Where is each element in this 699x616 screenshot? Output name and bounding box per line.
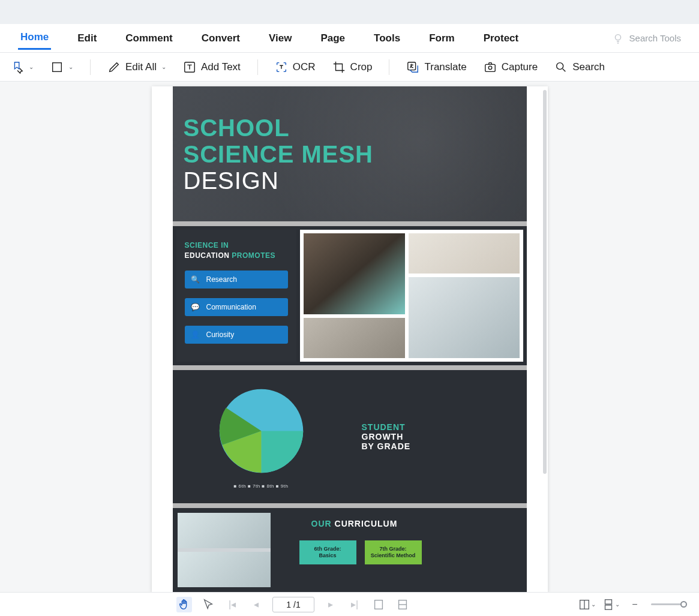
search-tool[interactable]: Search	[554, 61, 605, 74]
chevron-down-icon: ⌄	[161, 64, 166, 70]
curriculum-rest: CURRICULUM	[335, 519, 398, 528]
page-shell: SCHOOL SCIENCE MESH DESIGN SCIENCE IN ED…	[152, 86, 548, 592]
photo-placeholder	[409, 277, 519, 358]
photo-placeholder	[178, 513, 271, 548]
growth-text: STUDENT GROWTH BY GRADE	[350, 370, 527, 503]
zoom-out-button[interactable]: −	[627, 597, 643, 612]
toolbar-divider	[257, 59, 258, 75]
zoom-slider[interactable]	[651, 603, 687, 605]
promote-label: Research	[206, 275, 237, 284]
search-tools[interactable]: Search Tools	[611, 32, 681, 45]
slide-title: SCHOOL SCIENCE MESH DESIGN	[173, 86, 527, 221]
chat-icon: 💬	[191, 302, 200, 312]
pie-chart-wrap: ■ 6th ■ 7th ■ 8th ■ 9th	[173, 370, 350, 503]
curriculum-box-7th: 7th Grade: Scientific Method	[365, 540, 422, 564]
edit-all-label: Edit All	[125, 61, 157, 73]
menu-page[interactable]: Page	[318, 28, 347, 49]
pie-chart	[215, 384, 308, 477]
capture-tool[interactable]: Capture	[484, 61, 538, 74]
next-page-button[interactable]: ▸	[323, 597, 338, 612]
view-mode-1[interactable]: ⌄	[579, 597, 595, 612]
chevron-down-icon: ⌄	[68, 64, 73, 70]
box-line-1: 6th Grade:	[314, 546, 341, 552]
search-tools-placeholder: Search Tools	[629, 33, 681, 43]
promote-label: Curiosity	[206, 330, 235, 339]
first-page-button[interactable]: |◂	[224, 597, 240, 612]
hand-tool-dropdown[interactable]: ⌄	[11, 61, 34, 74]
square-icon	[50, 61, 64, 74]
svg-point-5	[488, 66, 492, 70]
menu-home[interactable]: Home	[18, 26, 51, 50]
promotes-line-1: SCIENCE IN	[185, 241, 229, 250]
document-viewer[interactable]: SCHOOL SCIENCE MESH DESIGN SCIENCE IN ED…	[0, 82, 699, 592]
slide-growth: ■ 6th ■ 7th ■ 8th ■ 9th STUDENT GROWTH B…	[173, 370, 527, 503]
add-text-tool[interactable]: Add Text	[183, 61, 241, 74]
search-label: Search	[572, 61, 605, 73]
menu-form[interactable]: Form	[427, 28, 457, 49]
menu-edit[interactable]: Edit	[75, 28, 99, 49]
ocr-tool[interactable]: OCR	[275, 61, 316, 74]
svg-point-0	[615, 34, 620, 40]
box-line-2: Scientific Method	[371, 552, 416, 559]
crop-icon	[332, 61, 346, 74]
view-mode-2[interactable]: ⌄	[603, 597, 619, 612]
slider-knob[interactable]	[680, 601, 687, 608]
toolbar: ⌄ ⌄ Edit All ⌄ Add Text OCR Crop Transla…	[0, 53, 699, 82]
chevron-down-icon: ⌄	[29, 64, 34, 70]
promote-item-curiosity: 👤 Curiosity	[185, 326, 288, 344]
crop-tool[interactable]: Crop	[332, 61, 373, 74]
svg-point-6	[557, 62, 563, 69]
camera-icon	[484, 61, 497, 74]
box-line-1: 7th Grade:	[379, 546, 406, 552]
lightbulb-icon	[611, 32, 625, 45]
page-indicator[interactable]: 1 /1	[272, 597, 314, 612]
promotes-line-2: EDUCATION	[185, 251, 230, 260]
image-column-left	[304, 233, 406, 358]
svg-rect-11	[605, 599, 612, 603]
status-bar: |◂ ◂ 1 /1 ▸ ▸| ⌄ ⌄ −	[0, 592, 699, 616]
prev-page-button[interactable]: ◂	[248, 597, 264, 612]
svg-rect-4	[485, 64, 495, 71]
edit-all-tool[interactable]: Edit All ⌄	[107, 61, 166, 74]
total-pages: 1	[296, 600, 301, 609]
scrollbar[interactable]	[543, 90, 547, 474]
menu-tools[interactable]: Tools	[371, 28, 403, 49]
curriculum-main: OUR CURRICULUM 6th Grade: Basics 7th Gra…	[275, 508, 527, 592]
promote-item-research: 🔍 Research	[185, 271, 288, 289]
last-page-button[interactable]: ▸|	[347, 597, 362, 612]
cursor-icon	[202, 598, 215, 611]
hand-mode-button[interactable]	[176, 597, 192, 612]
title-line-2: SCIENCE MESH	[184, 141, 374, 167]
svg-rect-12	[605, 605, 612, 609]
toolbar-divider	[389, 59, 389, 75]
capture-label: Capture	[502, 61, 538, 73]
box-line-2: Basics	[319, 552, 336, 559]
title-line-1: SCHOOL	[184, 115, 290, 141]
menu-view[interactable]: View	[266, 28, 294, 49]
menu-protect[interactable]: Protect	[481, 28, 521, 49]
document-content: SCHOOL SCIENCE MESH DESIGN SCIENCE IN ED…	[173, 86, 527, 592]
ocr-label: OCR	[293, 61, 316, 73]
photo-placeholder	[304, 318, 406, 358]
promotes-line-3: PROMOTES	[232, 251, 275, 260]
curriculum-heading: OUR CURRICULUM	[311, 519, 521, 528]
menu-convert[interactable]: Convert	[199, 28, 242, 49]
search-icon	[554, 61, 568, 74]
svg-rect-8	[375, 600, 383, 609]
head-icon: 👤	[191, 330, 200, 339]
layout-icon	[578, 598, 591, 611]
fit-page-button[interactable]	[395, 597, 410, 612]
translate-tool[interactable]: Translate	[406, 61, 466, 74]
menu-bar: Home Edit Comment Convert View Page Tool…	[0, 24, 699, 53]
title-line-3: DESIGN	[184, 167, 279, 194]
fit-width-button[interactable]	[371, 597, 386, 612]
photo-placeholder	[409, 233, 519, 274]
curriculum-box-6th: 6th Grade: Basics	[299, 540, 356, 564]
svg-rect-1	[53, 62, 62, 71]
shape-tool-dropdown[interactable]: ⌄	[50, 61, 73, 74]
select-mode-button[interactable]	[200, 597, 216, 612]
add-text-label: Add Text	[201, 61, 241, 73]
menu-comment[interactable]: Comment	[123, 28, 175, 49]
growth-line-1: STUDENT	[362, 422, 527, 432]
slide-curriculum: OUR CURRICULUM 6th Grade: Basics 7th Gra…	[173, 508, 527, 592]
